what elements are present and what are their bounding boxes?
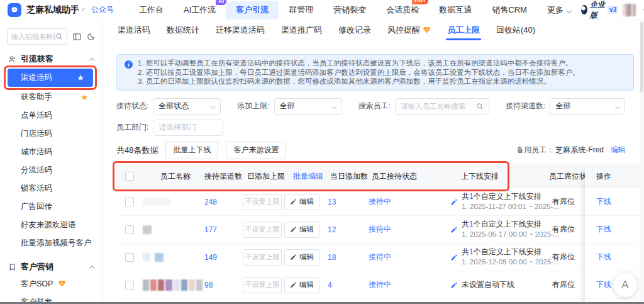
tab-employee-limit[interactable]: 员工上限 <box>439 20 488 40</box>
customer-source-settings-button[interactable]: 客户来源设置 <box>226 142 286 159</box>
sidebar-section-marketing[interactable]: 客户营销 <box>8 261 94 273</box>
tab-change-log[interactable]: 修改记录 <box>330 20 379 40</box>
reception-status-select[interactable]: 全部状态 <box>153 98 221 115</box>
seat-status: 有席位 <box>552 188 575 216</box>
channel-count-select[interactable]: 全部 <box>550 98 625 115</box>
vip-gem-icon <box>58 279 66 288</box>
sidebar-item-batch-add-video-customers[interactable]: 批量添加视频号客户 <box>0 234 102 252</box>
select-chevron-down-icon <box>211 103 216 108</box>
tab-risk-alert[interactable]: 风控提醒 <box>379 20 439 40</box>
nav-item-customer-acquisition[interactable]: 客户引流 <box>226 1 279 19</box>
dark-mode-moon-icon[interactable] <box>87 32 96 41</box>
edit-limit-button[interactable]: 编辑 <box>284 277 319 293</box>
today-added-link[interactable]: 12 <box>328 225 336 234</box>
nav-item-data-interchange[interactable]: 数据互通 <box>429 1 482 19</box>
add-limit-select[interactable]: 全部 <box>274 98 342 115</box>
notice-line: 2. 还可以按员工设置添加上限，每日员工通过渠道活码添加客户数达到设置的上限后，… <box>138 68 625 77</box>
sidebar-search-input[interactable] <box>11 33 55 40</box>
sidebar-item-acquisition-helper[interactable]: 获客助手 <box>0 88 102 106</box>
batch-edit-link[interactable]: 批量编辑 <box>293 164 323 188</box>
nav-item-marketing-fission[interactable]: 营销裂变 <box>323 1 376 19</box>
app-title: 芝麻私域助手 <box>26 4 79 16</box>
employee-name-redacted <box>143 271 203 299</box>
nav-item-workbench[interactable]: 工作台 <box>129 1 174 19</box>
col-header-operation: 操作 <box>585 164 640 188</box>
today-added-link[interactable]: 18 <box>328 253 336 262</box>
tab-channel-promo-code[interactable]: 渠道推广码 <box>273 20 330 40</box>
sidebar-item-lock-customer-qrcode[interactable]: 锁客活码 <box>0 179 102 198</box>
pencil-icon <box>290 198 297 205</box>
sidebar-item-channel-qrcode[interactable]: 渠道活码 <box>8 69 93 87</box>
channel-count-link[interactable]: 149 <box>204 253 217 262</box>
pencil-icon[interactable] <box>450 281 458 289</box>
tab-migrate-channel-qrcode[interactable]: 迁移渠道活码 <box>208 20 273 40</box>
today-added-link[interactable]: 4 <box>328 281 332 290</box>
edit-limit-button[interactable]: 编辑 <box>284 194 319 210</box>
vip-gem-icon <box>423 26 431 34</box>
sidebar-item-friend-source-greeting[interactable]: 好友来源欢迎语 <box>0 216 102 234</box>
select-all-checkbox[interactable] <box>125 172 134 181</box>
edit-limit-button[interactable]: 编辑 <box>284 249 319 266</box>
panel-collapse-icon[interactable] <box>72 32 82 42</box>
bookmark-icon <box>8 263 16 271</box>
nav-item-ai-workflow[interactable]: AI工作流 AI <box>174 1 226 19</box>
favorite-star-icon[interactable] <box>80 88 88 106</box>
floating-assistant-button[interactable]: A <box>613 273 637 297</box>
nav-item-group-management[interactable]: 群管理 <box>279 1 323 19</box>
user-avatar-redacted[interactable] <box>623 4 636 16</box>
section-collapse-chevron-icon[interactable] <box>89 265 94 270</box>
row-checkbox[interactable] <box>125 281 134 290</box>
tab-data-statistics[interactable]: 数据统计 <box>158 20 208 40</box>
schedule-cell: 未设置自动下线 <box>450 271 560 299</box>
sub-tabbar: 渠道活码 数据统计 迁移渠道活码 渠道推广码 修改记录 风控提醒 员工上限 回收… <box>103 20 644 40</box>
sidebar-item-store-qrcode[interactable]: 门店活码 <box>0 125 102 143</box>
account-type-label[interactable]: 公众号 <box>91 4 114 15</box>
schedule-none: 未设置自动下线 <box>462 280 514 290</box>
backup-edit-link[interactable]: 编辑 <box>611 145 626 155</box>
offline-action-link[interactable]: 下线 <box>596 196 611 207</box>
main-nav: 工作台 AI工作流 AI 客户引流 群管理 营销裂变 会话质检 HOT 数据互通… <box>129 1 581 19</box>
today-added-link[interactable]: 13 <box>328 198 336 206</box>
sidebar-item-split-qrcode[interactable]: 分流活码 <box>0 161 102 179</box>
channel-count-link[interactable]: 248 <box>204 198 217 206</box>
staff-search-box <box>395 98 489 115</box>
section-collapse-chevron-icon[interactable] <box>89 57 94 62</box>
table-row: 98 不设置上限 编辑 4 接待中 未设置自动下线 有席位 <box>116 271 640 299</box>
vertical-scrollbar-thumb[interactable] <box>640 22 643 93</box>
staff-search-input[interactable] <box>401 103 474 110</box>
filter-label-department: 员工部门: <box>116 122 148 133</box>
table-toolbar: 共48条数据 批量上下线 客户来源设置 备用员工： 芝麻系统-Fred 编辑 <box>116 142 640 159</box>
tab-recycle-bin[interactable]: 回收站(40) <box>488 20 543 40</box>
search-icon[interactable] <box>476 103 484 110</box>
sidebar-item-customer-sop[interactable]: 客户SOP <box>0 275 102 293</box>
ai-badge: AI <box>216 0 226 5</box>
nav-item-more[interactable]: 更多 <box>537 1 581 19</box>
pencil-icon[interactable] <box>450 254 458 261</box>
offline-action-link[interactable]: 下线 <box>596 279 611 290</box>
row-checkbox[interactable] <box>125 198 134 206</box>
pencil-icon[interactable] <box>450 198 458 206</box>
edit-limit-button[interactable]: 编辑 <box>284 222 319 238</box>
department-select[interactable]: 请选择部门 <box>153 120 223 136</box>
col-header-channel-count: 接待渠道数 <box>204 164 242 188</box>
tab-channel-qrcode[interactable]: 渠道活码 <box>109 20 158 40</box>
sidebar-item-order-qrcode[interactable]: 点单活码 <box>0 106 102 125</box>
pencil-icon <box>290 226 297 233</box>
pencil-icon[interactable] <box>450 226 458 234</box>
channel-count-link[interactable]: 177 <box>204 225 217 234</box>
nav-item-chat-inspection[interactable]: 会话质检 HOT <box>376 1 429 19</box>
edition-badge[interactable]: 企业版 v3 <box>581 0 618 21</box>
favorite-star-icon[interactable] <box>77 69 84 87</box>
channel-count-link[interactable]: 98 <box>204 281 213 290</box>
nav-item-sales-crm[interactable]: 销售CRM <box>482 1 537 19</box>
row-checkbox[interactable] <box>125 253 134 262</box>
row-checkbox[interactable] <box>125 225 134 234</box>
sidebar-item-city-qrcode[interactable]: 城市活码 <box>0 143 102 161</box>
sidebar-item-ad-callback[interactable]: 广告回传 <box>0 198 102 216</box>
batch-online-offline-button[interactable]: 批量上下线 <box>165 142 218 159</box>
sidebar-section-acquisition[interactable]: 引流获客 <box>8 53 94 65</box>
brand-chevron-down-icon[interactable] <box>82 8 85 11</box>
offline-action-link[interactable]: 下线 <box>596 224 611 235</box>
offline-action-link[interactable]: 下线 <box>596 252 611 262</box>
search-icon[interactable] <box>55 33 63 40</box>
